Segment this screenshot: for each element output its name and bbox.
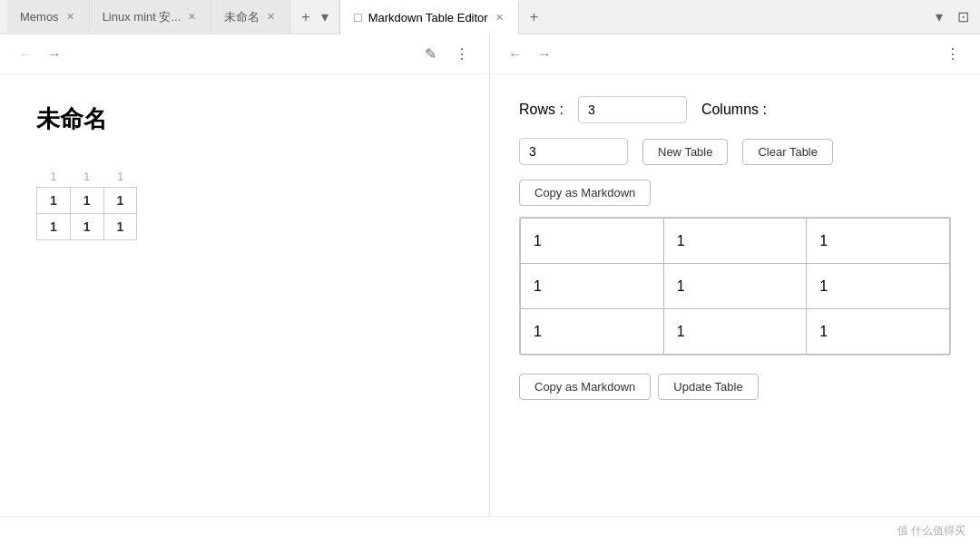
more-menu-button-right[interactable]: ⋮ (940, 44, 965, 64)
rows-input[interactable] (578, 96, 687, 123)
new-tab-button[interactable]: + (298, 7, 313, 27)
tab-linux[interactable]: Linux mint 安... ✕ (90, 0, 212, 34)
new-table-button[interactable]: New Table (642, 139, 728, 165)
clear-table-button[interactable]: Clear Table (742, 139, 833, 165)
cell-0-2[interactable] (807, 219, 949, 263)
tab-linux-close[interactable]: ✕ (186, 9, 198, 24)
cell-1-2[interactable] (807, 264, 949, 308)
more-menu-button-left[interactable]: ⋮ (449, 44, 475, 64)
cell-0-1[interactable] (664, 219, 807, 263)
update-table-button[interactable]: Update Table (658, 374, 758, 400)
cell-1-0[interactable] (521, 264, 663, 308)
table-row: 1 1 1 (37, 164, 137, 188)
editor-table (520, 218, 950, 355)
columns-input[interactable] (519, 138, 628, 165)
table-row (521, 309, 950, 355)
tab-list-button[interactable]: ▾ (318, 6, 332, 27)
split-view-button[interactable]: ⊡ (954, 6, 973, 27)
preview-table: 1 1 1 1 1 1 1 1 1 (36, 164, 137, 240)
cell-2-2[interactable] (807, 309, 949, 354)
watermark: 值 什么值得买 (897, 523, 965, 539)
table-row (521, 264, 950, 309)
tab-unnamed-label: 未命名 (224, 9, 260, 25)
tab-editor-label: Markdown Table Editor (368, 11, 488, 24)
left-nav-forward[interactable]: → (44, 44, 65, 64)
cell-2-0[interactable] (521, 309, 663, 354)
editor-table-wrapper (519, 217, 951, 355)
page-title: 未命名 (36, 103, 453, 135)
table-row (521, 219, 950, 264)
tab-editor-close[interactable]: ✕ (494, 10, 505, 25)
rows-label: Rows : (519, 102, 564, 118)
cell-0-0[interactable] (521, 219, 663, 263)
table-row: 1 1 1 (37, 188, 137, 214)
copy-markdown-top-button[interactable]: Copy as Markdown (519, 180, 651, 206)
tab-memos-close[interactable]: ✕ (64, 9, 76, 24)
tab-editor[interactable]: ☐ Markdown Table Editor ✕ (340, 0, 519, 34)
cell-1-1[interactable] (664, 264, 807, 308)
tab-linux-label: Linux mint 安... (103, 9, 181, 25)
right-nav-back[interactable]: ← (505, 44, 526, 64)
tab-list-right-button[interactable]: ▾ (932, 6, 946, 27)
tab-memos-label: Memos (20, 10, 59, 24)
copy-markdown-bottom-button[interactable]: Copy as Markdown (519, 374, 651, 400)
tab-memos[interactable]: Memos ✕ (7, 0, 90, 34)
right-nav-forward[interactable]: → (534, 44, 555, 64)
tab-unnamed-close[interactable]: ✕ (265, 9, 277, 24)
tab-unnamed[interactable]: 未命名 ✕ (211, 0, 290, 34)
left-nav-back[interactable]: ← (15, 44, 36, 64)
new-tab-right-button[interactable]: + (526, 7, 542, 27)
cell-2-1[interactable] (664, 309, 807, 354)
table-row: 1 1 1 (37, 214, 137, 240)
columns-label: Columns : (701, 102, 767, 118)
edit-icon-button[interactable]: ✎ (419, 44, 442, 64)
